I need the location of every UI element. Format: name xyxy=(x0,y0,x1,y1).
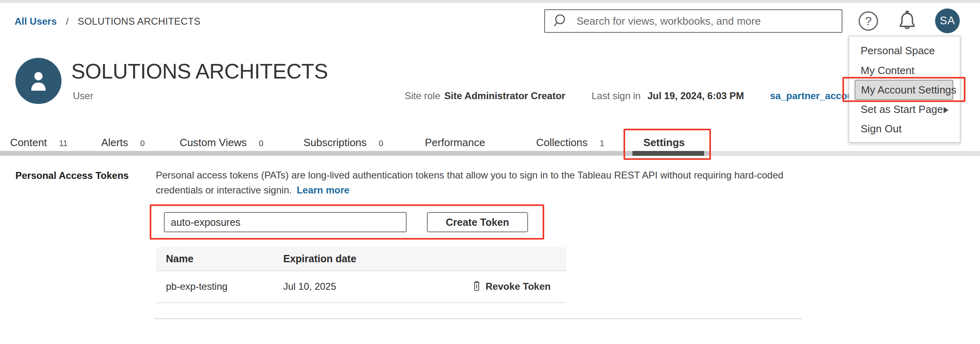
help-icon[interactable]: ? xyxy=(859,11,878,31)
breadcrumb-current: SOLUTIONS ARCHITECTS xyxy=(78,16,200,27)
tab-count: 0 xyxy=(259,135,263,150)
tab-count: 0 xyxy=(140,135,144,150)
menu-item-set-as-start-page[interactable]: Set as Start Page xyxy=(861,102,943,117)
tab-label: Collections xyxy=(536,135,588,150)
table-divider xyxy=(156,270,566,271)
create-token-button[interactable]: Create Token xyxy=(427,212,528,232)
pat-description: Personal access tokens (PATs) are long-l… xyxy=(156,168,799,197)
help-glyph: ? xyxy=(865,14,872,28)
tab-collections[interactable]: Collections 1 xyxy=(536,135,604,150)
user-avatar-button[interactable]: SA xyxy=(935,8,960,33)
site-role-label: Site role xyxy=(405,90,440,102)
section-divider xyxy=(154,318,802,319)
column-header-name: Name xyxy=(166,253,193,265)
table-bottom-divider xyxy=(156,302,566,303)
account-link[interactable]: sa_partner_accou xyxy=(770,90,853,102)
site-role-value: Site Administrator Creator xyxy=(444,90,565,102)
token-row-expiration: Jul 10, 2025 xyxy=(283,280,336,293)
tab-bar-track xyxy=(0,151,711,156)
tab-settings[interactable]: Settings xyxy=(643,135,685,150)
submenu-arrow-icon xyxy=(944,107,948,113)
pat-description-line2: credentials or interactive signin. xyxy=(156,185,292,195)
tab-count: 1 xyxy=(600,135,604,150)
tab-subscriptions[interactable]: Subscriptions 0 xyxy=(303,135,383,150)
tab-label: Content xyxy=(10,135,47,150)
menu-item-sign-out[interactable]: Sign Out xyxy=(861,121,902,136)
tab-label: Subscriptions xyxy=(303,135,367,150)
selected-tab-underline xyxy=(632,151,704,156)
top-window-strip xyxy=(0,0,980,3)
menu-item-personal-space[interactable]: Personal Space xyxy=(861,43,935,58)
breadcrumb-all-users-link[interactable]: All Users xyxy=(15,16,57,27)
column-header-expiration: Expiration date xyxy=(283,253,356,265)
tab-performance[interactable]: Performance xyxy=(425,135,485,150)
page-title: SOLUTIONS ARCHITECTS xyxy=(71,59,328,83)
tab-label: Alerts xyxy=(101,135,128,150)
tableau-user-settings-page: All Users / SOLUTIONS ARCHITECTS ? SA SO… xyxy=(0,0,980,344)
search-icon xyxy=(552,13,569,30)
profile-avatar xyxy=(15,58,62,104)
token-row-name: pb-exp-testing xyxy=(166,280,227,293)
tab-label: Performance xyxy=(425,135,485,150)
search-box[interactable] xyxy=(544,9,842,33)
user-menu-dropdown: Personal Space My Content My Account Set… xyxy=(848,36,961,143)
menu-item-my-account-settings[interactable]: My Account Settings xyxy=(855,80,953,100)
tab-label: Settings xyxy=(643,135,685,150)
token-name-input[interactable] xyxy=(164,212,407,232)
breadcrumb: All Users / SOLUTIONS ARCHITECTS xyxy=(15,15,200,28)
tab-count: 11 xyxy=(59,135,68,150)
user-role-subtitle: User xyxy=(73,90,93,102)
learn-more-link[interactable]: Learn more xyxy=(297,185,350,195)
tab-content[interactable]: Content 11 xyxy=(10,135,68,150)
token-table-header xyxy=(156,247,566,270)
search-input[interactable] xyxy=(576,11,842,31)
pat-description-line1: Personal access tokens (PATs) are long-l… xyxy=(156,170,783,180)
tab-label: Custom Views xyxy=(180,135,247,150)
tab-bar-track-light xyxy=(711,151,980,156)
breadcrumb-separator: / xyxy=(66,16,69,27)
trash-icon[interactable] xyxy=(471,279,483,293)
tab-count: 0 xyxy=(379,135,383,150)
avatar-initials: SA xyxy=(940,15,955,27)
menu-item-my-content[interactable]: My Content xyxy=(861,63,914,78)
last-sign-in-label: Last sign in xyxy=(592,90,641,102)
tab-alerts[interactable]: Alerts 0 xyxy=(101,135,145,150)
revoke-token-button[interactable]: Revoke Token xyxy=(486,280,551,293)
tab-custom-views[interactable]: Custom Views 0 xyxy=(180,135,263,150)
last-sign-in-value: Jul 19, 2024, 6:03 PM xyxy=(647,90,744,102)
notifications-bell-icon[interactable] xyxy=(895,9,919,33)
pat-section-heading: Personal Access Tokens xyxy=(15,170,129,181)
person-icon xyxy=(24,66,53,96)
